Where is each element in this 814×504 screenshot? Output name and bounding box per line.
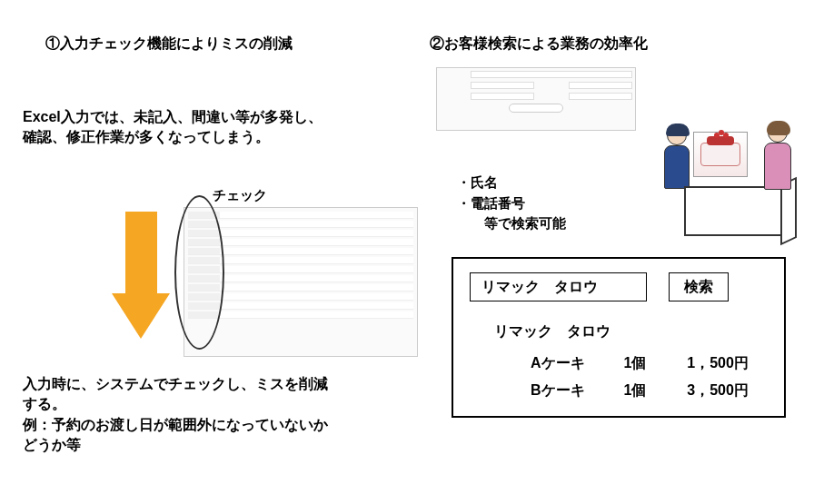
down-arrow-icon <box>112 212 171 343</box>
check-label: チェック <box>213 187 267 204</box>
cake-photo-icon <box>693 132 748 177</box>
search-button[interactable]: 検索 <box>669 272 729 301</box>
item-qty: 1個 <box>605 381 658 400</box>
result-item-row: Bケーキ 1個 3，500円 <box>531 381 749 400</box>
criteria-phone: ・電話番号 <box>457 193 566 214</box>
search-result-box: リマック タロウ 検索 リマック タロウ Aケーキ 1個 1，500円 Bケーキ… <box>452 257 786 418</box>
item-name: Bケーキ <box>531 381 601 400</box>
item-price: 1，500円 <box>662 354 749 373</box>
search-name-input[interactable]: リマック タロウ <box>470 272 647 301</box>
section-2-heading: ②お客様検索による業務の効率化 <box>430 35 648 54</box>
section-1-heading: ①入力チェック機能によりミスの削減 <box>45 35 293 54</box>
customer-icon <box>759 123 796 222</box>
sales-scene-illustration <box>652 123 798 241</box>
problem-description: Excel入力では、未記入、間違い等が多発し、確認、修正作業が多くなってしまう。 <box>23 107 323 148</box>
item-price: 3，500円 <box>662 381 749 400</box>
result-item-row: Aケーキ 1個 1，500円 <box>531 354 749 373</box>
solution-description: 入力時に、システムでチェックし、ミスを削減する。 例：予約のお渡し日が範囲外にな… <box>23 374 332 456</box>
search-criteria-list: ・氏名 ・電話番号 等で検索可能 <box>457 173 566 234</box>
result-customer-name: リマック タロウ <box>494 322 610 341</box>
search-form-illustration <box>436 67 636 131</box>
criteria-name: ・氏名 <box>457 173 566 193</box>
item-name: Aケーキ <box>531 354 601 373</box>
item-qty: 1個 <box>605 354 658 373</box>
check-highlight-ellipse <box>174 195 224 350</box>
criteria-etc: 等で検索可能 <box>457 213 566 234</box>
